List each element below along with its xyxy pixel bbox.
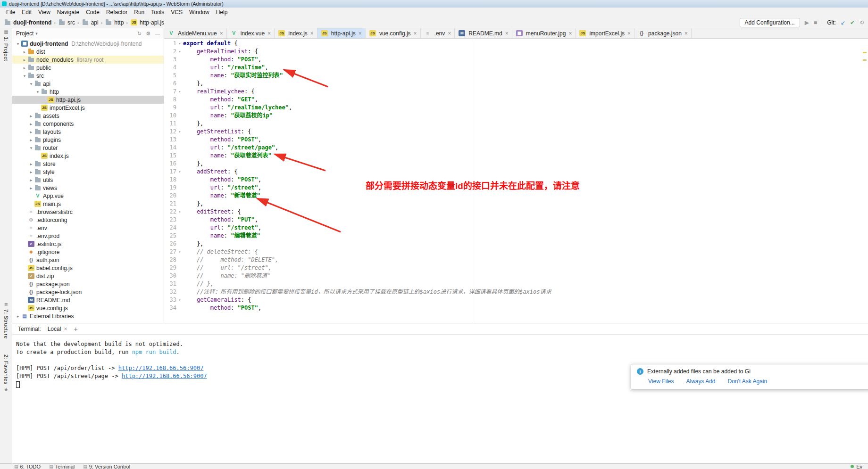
close-icon[interactable]: × xyxy=(568,30,572,37)
menu-window[interactable]: Window xyxy=(186,8,213,16)
add-configuration-button[interactable]: Add Configuration... xyxy=(740,18,800,27)
menu-code[interactable]: Code xyxy=(83,8,103,16)
fold-icon[interactable]: ▾ xyxy=(176,40,183,48)
collapse-all-icon[interactable]: ↻ xyxy=(137,31,142,37)
editor-tab-menuRouter.jpg[interactable]: ▦menuRouter.jpg× xyxy=(512,28,576,38)
fold-icon[interactable]: ▾ xyxy=(176,88,183,96)
tree-item-views[interactable]: ▸views xyxy=(12,184,164,192)
run-icon[interactable]: ▶ xyxy=(805,20,809,25)
tree-item-babel.config.js[interactable]: JSbabel.config.js xyxy=(12,264,164,272)
editor-tab-package.json[interactable]: {}package.json× xyxy=(634,28,692,38)
new-terminal-icon[interactable]: + xyxy=(74,325,77,333)
notification-action-view-files[interactable]: View Files xyxy=(648,378,674,385)
chevron-icon[interactable]: ▸ xyxy=(15,314,21,319)
chevron-icon[interactable]: ▸ xyxy=(28,186,34,190)
chevron-icon[interactable]: ▸ xyxy=(28,122,34,126)
close-icon[interactable]: × xyxy=(627,30,631,37)
breadcrumb-item-duoji-frontend[interactable]: duoji-frontend xyxy=(3,19,52,26)
tree-item-vue.config.js[interactable]: JSvue.config.js xyxy=(12,304,164,312)
breadcrumb-item-http[interactable]: http xyxy=(104,19,125,26)
tree-item-App.vue[interactable]: VApp.vue xyxy=(12,192,164,200)
tree-item-http-api.js[interactable]: JShttp-api.js xyxy=(12,96,164,104)
status-terminal[interactable]: ▤Terminal xyxy=(49,464,75,469)
chevron-icon[interactable]: ▸ xyxy=(22,58,27,62)
tree-item-api[interactable]: ▾api xyxy=(12,80,164,88)
fold-icon[interactable]: ▾ xyxy=(176,248,183,256)
tree-item-package.json[interactable]: {}package.json xyxy=(12,280,164,288)
notification-action-always-add[interactable]: Always Add xyxy=(686,378,715,385)
status-9-version-control[interactable]: ▤9: Version Control xyxy=(83,464,130,469)
editor-tab-index.js[interactable]: JSindex.js× xyxy=(275,28,317,38)
chevron-icon[interactable]: ▸ xyxy=(22,49,27,54)
menu-help[interactable]: Help xyxy=(213,8,231,16)
close-icon[interactable]: × xyxy=(359,30,362,37)
tree-item-.browserslistrc[interactable]: ≡.browserslistrc xyxy=(12,208,164,216)
tree-item-dist[interactable]: ▸dist xyxy=(12,48,164,56)
tree-item-main.js[interactable]: JSmain.js xyxy=(12,200,164,208)
close-icon[interactable]: × xyxy=(220,30,223,37)
close-icon[interactable]: × xyxy=(684,30,688,37)
git-update-icon[interactable]: ↙ xyxy=(841,20,845,25)
tree-item-duoji-frontend[interactable]: ▾▦duoji-frontendD:\zheheWeb\duoji-fronte… xyxy=(12,40,164,48)
menu-run[interactable]: Run xyxy=(131,8,148,16)
menu-file[interactable]: File xyxy=(3,8,18,16)
editor-tab-README.md[interactable]: MREADME.md× xyxy=(455,28,512,38)
fold-icon[interactable]: ▾ xyxy=(176,48,183,56)
tree-item-README.md[interactable]: MREADME.md xyxy=(12,296,164,304)
tool-button-project[interactable]: ▦ 1: Project xyxy=(0,29,12,61)
editor-tab-index.vue[interactable]: Vindex.vue× xyxy=(227,28,275,38)
history-icon[interactable]: ↻ xyxy=(860,20,864,25)
menu-tools[interactable]: Tools xyxy=(148,8,167,16)
chevron-down-icon[interactable]: ▾ xyxy=(35,31,38,36)
close-icon[interactable]: × xyxy=(448,30,451,37)
notification-action-don-t-ask-again[interactable]: Don't Ask Again xyxy=(728,378,768,385)
stop-icon[interactable]: ■ xyxy=(814,20,817,25)
tree-item-router[interactable]: ▾router xyxy=(12,144,164,152)
fold-icon[interactable]: ▾ xyxy=(176,168,183,176)
editor-tab-.env[interactable]: ≡.env× xyxy=(421,28,455,38)
editor-tab-importExcel.js[interactable]: JSimportExcel.js× xyxy=(576,28,634,38)
project-panel-title[interactable]: Project xyxy=(16,30,33,37)
chevron-icon[interactable]: ▸ xyxy=(28,162,34,166)
tree-item-auth.json[interactable]: {}auth.json xyxy=(12,256,164,264)
tree-item-public[interactable]: ▸public xyxy=(12,64,164,72)
fold-icon[interactable]: ▾ xyxy=(176,208,183,216)
tree-item-utils[interactable]: ▸utils xyxy=(12,176,164,184)
tree-item-.editorconfig[interactable]: ⚙.editorconfig xyxy=(12,216,164,224)
tree-item-store[interactable]: ▸store xyxy=(12,160,164,168)
chevron-icon[interactable]: ▸ xyxy=(28,170,34,174)
chevron-icon[interactable]: ▾ xyxy=(35,90,41,94)
tree-item-.eslintrc.js[interactable]: e.eslintrc.js xyxy=(12,240,164,248)
status-6-todo[interactable]: ▤6: TODO xyxy=(14,464,41,469)
breadcrumb-item-src[interactable]: src xyxy=(57,19,76,26)
tree-item-importExcel.js[interactable]: JSimportExcel.js xyxy=(12,104,164,112)
tree-item-.gitignore[interactable]: ◆.gitignore xyxy=(12,248,164,256)
menu-refactor[interactable]: Refactor xyxy=(103,8,131,16)
breadcrumb-item-api[interactable]: api xyxy=(81,19,100,26)
git-commit-icon[interactable]: ✔ xyxy=(850,20,855,25)
chevron-icon[interactable]: ▾ xyxy=(22,74,27,78)
tree-item-package-lock.json[interactable]: {}package-lock.json xyxy=(12,288,164,296)
chevron-icon[interactable]: ▸ xyxy=(28,114,34,118)
tree-item-plugins[interactable]: ▸plugins xyxy=(12,136,164,144)
editor-tab-vue.config.js[interactable]: JSvue.config.js× xyxy=(366,28,421,38)
terminal-tab-local[interactable]: Local × xyxy=(48,326,67,332)
status-right[interactable]: Ev xyxy=(851,464,862,469)
tree-item-.env.prod[interactable]: ≡.env.prod xyxy=(12,232,164,240)
close-icon[interactable]: × xyxy=(64,326,67,332)
menu-view[interactable]: View xyxy=(35,8,54,16)
terminal-link[interactable]: http://192.168.66.56:9007 xyxy=(118,365,204,371)
tree-item-http[interactable]: ▾http xyxy=(12,88,164,96)
chevron-icon[interactable]: ▸ xyxy=(22,66,27,70)
close-icon[interactable]: × xyxy=(310,30,314,37)
tree-item-External Libraries[interactable]: ▸▤External Libraries xyxy=(12,312,164,320)
editor-tab-AsideMenu.vue[interactable]: VAsideMenu.vue× xyxy=(164,28,227,38)
menu-navigate[interactable]: Navigate xyxy=(54,8,83,16)
tree-item-assets[interactable]: ▸assets xyxy=(12,112,164,120)
close-icon[interactable]: × xyxy=(505,30,509,37)
tree-item-node_modules[interactable]: ▸node_moduleslibrary root xyxy=(12,56,164,64)
fold-icon[interactable]: ▾ xyxy=(176,296,183,304)
chevron-icon[interactable]: ▸ xyxy=(28,130,34,134)
hide-panel-icon[interactable]: — xyxy=(155,31,160,37)
breadcrumb-item-http-api.js[interactable]: JShttp-api.js xyxy=(129,19,165,26)
